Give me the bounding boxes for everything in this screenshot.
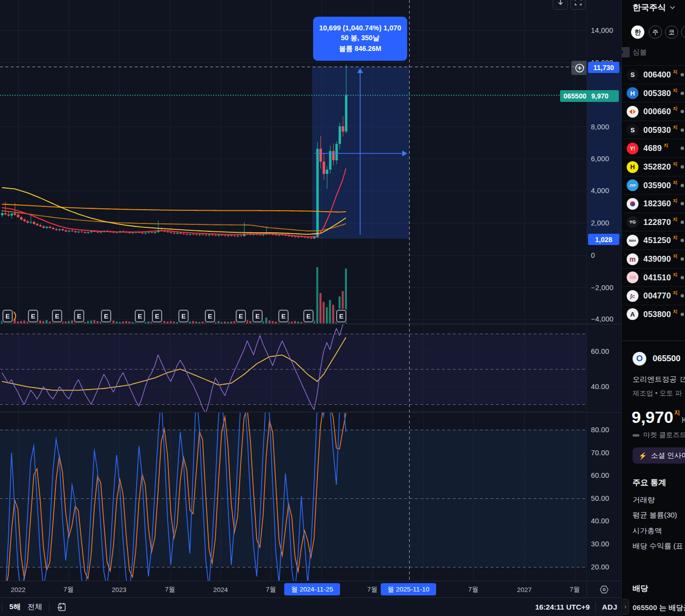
watchlist-row[interactable]: Y!4689지 [622,139,685,157]
detail-symbol-row[interactable]: O 065500 [633,352,681,366]
measure-volume: 볼륨 846.26M [339,45,381,53]
indicator-axis-label: 50.00 [591,494,609,502]
scroll-down-button[interactable] [553,0,568,10]
delayed-flag: 지 [673,217,678,222]
stat-label: 시가총액 [633,526,662,536]
earnings-badge[interactable]: E [252,310,263,322]
earnings-badge[interactable]: E [135,310,145,322]
goto-date-icon[interactable] [56,602,67,613]
earnings-badge[interactable]: E [178,310,189,322]
watchlist-row[interactable]: S005930지 [622,121,685,139]
earnings-badge[interactable]: E [336,310,346,322]
delayed-flag: 지 [673,309,678,314]
lightning-icon: ⚡ [638,452,647,460]
earnings-badge[interactable]: E [74,310,84,322]
earnings-badge[interactable]: E [2,310,13,322]
earnings-badge[interactable]: E [101,310,111,322]
symbol-logo-koreaflag [627,198,638,210]
watchlist-row[interactable]: 000660지 [622,102,685,121]
social-insights-button[interactable]: ⚡ 소셜 인사이 [633,447,685,464]
watchlist-row[interactable]: H005380지 [622,84,685,102]
watchlist-row[interactable]: ʃc004770지 [622,286,685,305]
watchlist-ticker: 439090지 [643,254,678,264]
detail-price: 9,970지K [632,408,685,427]
divider [595,602,596,613]
earnings-badge[interactable]: E [28,310,38,322]
symbol-logo: BBIA [627,235,638,246]
watchlist-row[interactable]: H352820지 [622,157,685,176]
crosshair-date-badge: 월 2025-11-10 [381,583,436,595]
clock-label[interactable]: 16:24:11 UTC+9 [535,603,589,611]
dividend-text: 065500 는 배당금 [633,603,685,613]
watchlist-row[interactable]: m439090지 [622,249,685,268]
crosshair-price-badge: 11,730 [588,62,619,73]
symbol-logo: SM [627,271,638,283]
watchlist-row[interactable]: 182360지 [622,194,685,213]
flag-icon[interactable] [621,47,630,57]
pane-separator[interactable] [587,412,622,413]
market-closed-dot [681,110,684,113]
watchlist-ticker: 000660지 [643,107,678,116]
range-all-button[interactable]: 전체 [27,602,42,612]
price-axis-label: 14,000 [591,26,613,34]
market-status-label: 마켓 클로즈드 [643,431,685,440]
chart-canvas[interactable] [0,0,587,581]
market-closed-dot [681,128,684,132]
stat-label: 평균 볼륨(30) [633,511,677,520]
watchlist-row[interactable]: A053800지 [622,305,685,323]
pane-separator[interactable] [587,324,622,324]
watchlist-row[interactable]: BBIA451250지 [622,231,685,249]
earnings-badge[interactable]: E [205,310,215,322]
earnings-badge[interactable]: E [152,310,162,322]
stat-label: 배당 수익률 (표 [633,542,683,551]
time-axis[interactable]: 20227월20237월20247월7월7월20277월 월 2024-11-2… [0,581,621,597]
delayed-flag: 지 [673,290,678,296]
indicator-axis-label: 60.00 [591,471,609,479]
watchlist-row[interactable]: JYP035900지 [622,176,685,195]
indicator-axis-label: 80.00 [591,426,609,434]
earnings-badge[interactable]: E [236,310,246,322]
delayed-flag: 지 [673,69,678,74]
price-axis-label: 4,000 [591,187,609,195]
time-axis-label: 2023 [112,586,126,593]
watchlist-row[interactable]: SM041510지 [622,268,685,287]
chart-plot-area[interactable]: 10,699 (1,040.74%) 1,070 50 봉, 350날 볼륨 8… [0,0,621,581]
watchlist-ticker: 005930지 [643,125,678,135]
earnings-badge[interactable]: E [303,310,314,322]
filter-chip[interactable]: 한 [631,25,644,39]
adjust-toggle[interactable]: ADJ [602,603,617,611]
symbol-logo: YG [627,216,638,228]
earnings-badge[interactable]: E [278,310,289,322]
company-name-link[interactable]: 오리엔트정공 [633,375,685,384]
stat-label: 거래량 [633,495,655,505]
symbol-logo: JYP [627,179,638,191]
time-axis-settings[interactable] [587,581,621,598]
time-axis-label: 7월 [569,585,580,594]
dividend-title: 배당 [633,584,648,594]
watchlist-row[interactable]: S006400지 [622,65,685,84]
watchlist-ticker: 182360지 [643,199,678,208]
symbol-logo: m [627,253,638,265]
filter-chip[interactable]: 주 [649,25,662,39]
fullscreen-button[interactable] [570,0,586,10]
watchlist-title[interactable]: 한국주식 [633,2,675,13]
watchlist-row[interactable]: YG122870지 [622,213,685,231]
watchlist-ticker: 352820지 [643,162,678,172]
delayed-flag: 지 [673,106,678,111]
symbol-code-label: 065500 [560,92,587,100]
range-5y-button[interactable]: 5해 [9,602,21,612]
earnings-badge[interactable]: E [52,310,62,322]
price-axis[interactable]: 14,00012,0008,0006,0004,0002,0000−2,000−… [587,0,621,581]
filter-chip[interactable]: 코 [665,25,678,39]
collapse-panel-button[interactable]: › [622,599,629,615]
market-closed-icon [633,434,639,437]
add-alert-button[interactable] [571,61,587,75]
time-axis-label: 7월 [266,585,276,594]
indicator-axis-label: 60.00 [591,347,609,355]
indicator-axis-label: 40.00 [591,383,609,391]
delayed-flag: 지 [674,409,680,416]
symbol-logo-skhynix [627,106,638,118]
fullscreen-icon [575,0,582,5]
filter-chip[interactable] [681,25,685,39]
external-link-icon [680,376,685,383]
